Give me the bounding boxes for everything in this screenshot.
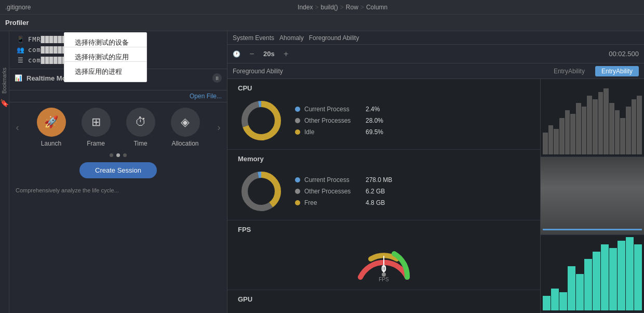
bookmarks-sidebar: Bookmarks 🔖 bbox=[0, 31, 9, 313]
system-events-label: System Events bbox=[233, 34, 274, 42]
gpu-section: GPU bbox=[227, 290, 540, 308]
memory-label-1: Other Processes bbox=[304, 188, 361, 195]
fps-section: FPS 0 FPS bbox=[227, 220, 540, 290]
process-icon: ☰ bbox=[17, 57, 24, 64]
breadcrumb-row[interactable]: Row bbox=[346, 4, 358, 11]
dot-0 bbox=[110, 153, 113, 157]
dot-2 bbox=[123, 153, 127, 157]
cpu-mini-chart bbox=[541, 79, 644, 157]
tool-launch[interactable]: 🚀 Launch bbox=[37, 108, 66, 147]
memory-legend-item-1: Other Processes 6.2 GB bbox=[295, 188, 392, 195]
timeline-plus-button[interactable]: + bbox=[280, 48, 292, 60]
open-file-link[interactable]: Open File... bbox=[190, 93, 222, 100]
ability-tags: EntryAbility EntryAbility bbox=[547, 66, 639, 76]
cpu-dot-2 bbox=[295, 129, 300, 135]
charts-sidebar bbox=[540, 79, 644, 313]
memory-donut-chart bbox=[238, 168, 285, 215]
profiler-main: CPU bbox=[227, 79, 644, 313]
launch-label: Launch bbox=[41, 140, 61, 147]
cpu-value-2: 69.5% bbox=[366, 128, 383, 136]
breadcrumb: Index > build() > Row > Column bbox=[46, 4, 639, 11]
cpu-label-0: Current Process bbox=[304, 106, 361, 113]
cpu-donut-chart bbox=[238, 97, 285, 144]
tools-grid: ‹ 🚀 Launch ⊞ Frame ⏱ Time ◈ Allocation bbox=[9, 102, 227, 152]
select-process-dropdown[interactable]: 选择应用的进程 bbox=[64, 61, 147, 82]
profiler-header: Profiler bbox=[0, 15, 644, 31]
gpu-title: GPU bbox=[238, 295, 530, 303]
fps-gauge-svg: 0 FPS bbox=[353, 241, 415, 282]
memory-value-1: 6.2 GB bbox=[366, 188, 385, 195]
breadcrumb-index[interactable]: Index bbox=[298, 4, 313, 11]
cpu-dot-1 bbox=[295, 118, 300, 123]
breadcrumb-column[interactable]: Column bbox=[366, 4, 387, 11]
left-panel: 📱 FMR██████████02 👥 com██████hm ☰ com███… bbox=[9, 31, 227, 313]
memory-label-2: Free bbox=[304, 199, 361, 206]
memory-title: Memory bbox=[238, 155, 530, 163]
bookmarks-label: Bookmarks bbox=[2, 68, 7, 94]
dot-1 bbox=[116, 153, 120, 157]
cpu-value-1: 28.0% bbox=[366, 117, 383, 124]
fps-title: FPS bbox=[238, 226, 530, 233]
main-layout: Bookmarks 🔖 📱 FMR██████████02 👥 com█████… bbox=[0, 31, 644, 313]
system-events-bar: System Events Ahomaly Foreground Ability bbox=[227, 31, 644, 45]
cpu-legend: Current Process 2.4% Other Processes 28.… bbox=[295, 106, 383, 136]
anomaly-label: Ahomaly bbox=[279, 34, 304, 42]
next-arrow[interactable]: › bbox=[216, 117, 223, 138]
cpu-section: CPU bbox=[227, 79, 540, 150]
select-process-option[interactable]: 选择应用的进程 bbox=[64, 64, 146, 80]
top-bar: .gitignore Index > build() > Row > Colum… bbox=[0, 0, 644, 15]
memory-value-0: 278.0 MB bbox=[366, 176, 392, 184]
description-text: Comprehensively analyze the life cycle..… bbox=[9, 184, 227, 198]
cpu-title: CPU bbox=[238, 84, 530, 92]
frame-label: Frame bbox=[87, 140, 105, 147]
timeline-bar: 🕐 − 20s + 00:02.500 bbox=[227, 45, 644, 63]
bookmark-icon[interactable]: 🔖 bbox=[0, 99, 9, 107]
memory-dot-0 bbox=[295, 177, 300, 182]
device-list: 📱 FMR██████████02 👥 com██████hm ☰ com███… bbox=[9, 31, 227, 69]
memory-dot-2 bbox=[295, 200, 300, 205]
monitor-icon: 📊 bbox=[15, 74, 22, 82]
time-circle: ⏱ bbox=[126, 108, 155, 137]
svg-text:FPS: FPS bbox=[379, 277, 389, 282]
profiler-title: Profiler bbox=[5, 19, 29, 27]
memory-section: Memory bbox=[227, 150, 540, 220]
allocation-circle: ◈ bbox=[171, 108, 200, 137]
timeline-clock-icon: 🕐 bbox=[233, 50, 240, 58]
fps-bar-chart bbox=[543, 237, 642, 310]
timeline-duration: 20s bbox=[263, 50, 275, 58]
frame-circle: ⊞ bbox=[82, 108, 111, 137]
time-label: Time bbox=[133, 140, 147, 147]
device-phone-icon: 📱 bbox=[17, 36, 24, 43]
cpu-legend-item-1: Other Processes 28.0% bbox=[295, 117, 383, 124]
svg-text:0: 0 bbox=[381, 264, 386, 274]
memory-value-2: 4.8 GB bbox=[366, 199, 385, 206]
metrics-panel: CPU bbox=[227, 79, 540, 313]
dots-row bbox=[9, 153, 227, 157]
prev-arrow[interactable]: ‹ bbox=[14, 117, 21, 138]
cpu-legend-item-0: Current Process 2.4% bbox=[295, 106, 383, 113]
cpu-dot-0 bbox=[295, 107, 300, 112]
cpu-legend-item-2: Idle 69.5% bbox=[295, 128, 383, 136]
ability-tag-1[interactable]: EntryAbility bbox=[595, 66, 639, 76]
breadcrumb-build[interactable]: build() bbox=[320, 4, 338, 11]
tool-time[interactable]: ⏱ Time bbox=[126, 108, 155, 147]
gitignore-label: .gitignore bbox=[5, 4, 31, 11]
allocation-label: Allocation bbox=[171, 140, 198, 147]
timeline-minus-button[interactable]: − bbox=[246, 48, 258, 60]
memory-mini-chart bbox=[541, 157, 644, 235]
memory-legend-item-2: Free 4.8 GB bbox=[295, 199, 392, 206]
tool-allocation[interactable]: ◈ Allocation bbox=[171, 108, 200, 147]
ability-tag-0[interactable]: EntryAbility bbox=[547, 66, 591, 76]
ability-bar: Foreground Ability EntryAbility EntryAbi… bbox=[227, 63, 644, 79]
pause-button[interactable]: ⏸ bbox=[212, 73, 222, 83]
memory-legend-item-0: Current Process 278.0 MB bbox=[295, 176, 392, 184]
tool-frame[interactable]: ⊞ Frame bbox=[82, 108, 111, 147]
memory-svg bbox=[238, 168, 285, 215]
profile-tools: Open File... ‹ 🚀 Launch ⊞ Frame ⏱ Time bbox=[9, 90, 227, 313]
cpu-bar-chart bbox=[543, 81, 642, 154]
memory-legend: Current Process 278.0 MB Other Processes… bbox=[295, 176, 392, 206]
cpu-label-2: Idle bbox=[304, 128, 361, 136]
create-session-button[interactable]: Create Session bbox=[79, 162, 157, 178]
app-icon: 👥 bbox=[17, 46, 24, 54]
cpu-value-0: 2.4% bbox=[366, 106, 380, 113]
